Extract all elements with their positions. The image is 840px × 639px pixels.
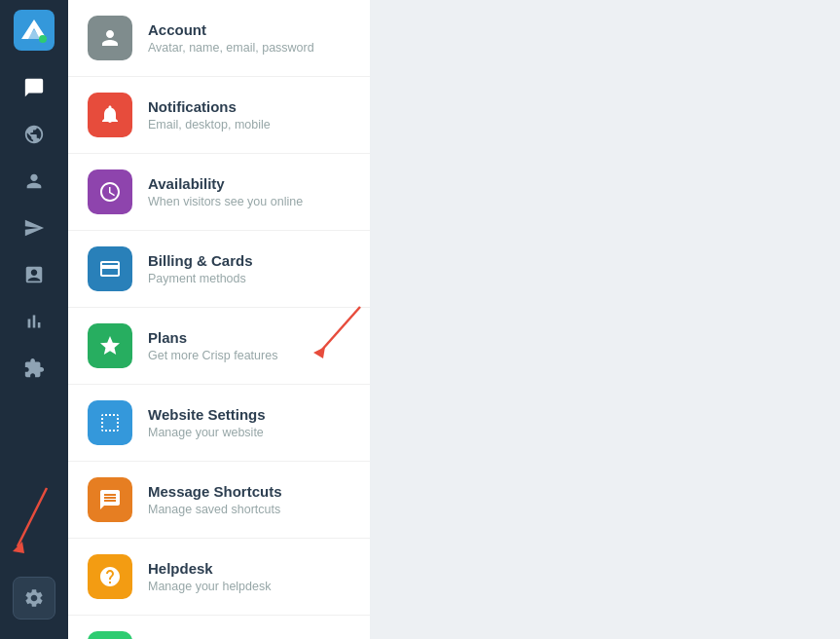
plans-icon — [88, 323, 132, 368]
website-settings-text: Website SettingsManage your website — [148, 406, 266, 439]
settings-button[interactable] — [13, 577, 55, 620]
sidebar-item-chat[interactable] — [13, 66, 55, 109]
notifications-icon — [88, 93, 132, 137]
sidebar-item-globe[interactable] — [13, 113, 55, 156]
sidebar-bottom — [13, 577, 55, 629]
availability-text: AvailabilityWhen visitors see you online — [148, 175, 303, 208]
message-shortcuts-text: Message ShortcutsManage saved shortcuts — [148, 483, 282, 516]
helpdesk-text: HelpdeskManage your helpdesk — [148, 560, 271, 593]
menu-item-availability[interactable]: AvailabilityWhen visitors see you online — [68, 154, 370, 231]
plans-desc: Get more Crisp features — [148, 349, 277, 362]
helpdesk-desc: Manage your helpdesk — [148, 580, 271, 593]
account-title: Account — [148, 21, 314, 38]
menu-item-website-settings[interactable]: Website SettingsManage your website — [68, 385, 370, 462]
plans-text: PlansGet more Crisp features — [148, 329, 277, 362]
sidebar-item-inbox[interactable] — [13, 253, 55, 296]
helpdesk-icon — [88, 554, 132, 599]
notification-dot — [39, 35, 47, 43]
billing-text: Billing & CardsPayment methods — [148, 252, 253, 285]
app-logo[interactable] — [14, 10, 55, 51]
billing-desc: Payment methods — [148, 272, 253, 285]
account-desc: Avatar, name, email, password — [148, 41, 314, 55]
sidebar-item-plugins[interactable] — [13, 347, 55, 390]
message-shortcuts-icon — [88, 477, 132, 522]
menu-scroll-area[interactable]: AccountAvatar, name, email, passwordNoti… — [68, 0, 370, 639]
message-shortcuts-title: Message Shortcuts — [148, 483, 282, 500]
menu-item-billing[interactable]: Billing & CardsPayment methods — [68, 231, 370, 308]
website-settings-desc: Manage your website — [148, 426, 266, 439]
status-page-icon — [88, 631, 132, 639]
account-icon — [88, 16, 132, 60]
notifications-text: NotificationsEmail, desktop, mobile — [148, 98, 271, 132]
account-text: AccountAvatar, name, email, password — [148, 21, 314, 55]
sidebar-item-analytics[interactable] — [13, 300, 55, 343]
website-settings-icon — [88, 400, 132, 445]
billing-icon — [88, 246, 132, 291]
availability-desc: When visitors see you online — [148, 195, 303, 208]
sidebar — [0, 0, 68, 639]
menu-item-helpdesk[interactable]: HelpdeskManage your helpdesk — [68, 539, 370, 616]
menu-item-account[interactable]: AccountAvatar, name, email, password — [68, 0, 370, 77]
helpdesk-title: Helpdesk — [148, 560, 271, 577]
menu-item-notifications[interactable]: NotificationsEmail, desktop, mobile — [68, 77, 370, 154]
sidebar-navigation — [13, 66, 55, 577]
menu-item-plans[interactable]: PlansGet more Crisp features — [68, 308, 370, 385]
plans-title: Plans — [148, 329, 277, 346]
notifications-desc: Email, desktop, mobile — [148, 118, 271, 132]
billing-title: Billing & Cards — [148, 252, 253, 269]
menu-panel: AccountAvatar, name, email, passwordNoti… — [68, 0, 370, 639]
sidebar-item-contacts[interactable] — [13, 160, 55, 203]
message-shortcuts-desc: Manage saved shortcuts — [148, 503, 282, 516]
menu-item-status-page[interactable]: Status PageManage your status page — [68, 616, 370, 639]
availability-title: Availability — [148, 175, 303, 192]
availability-icon — [88, 169, 132, 214]
main-content — [370, 0, 840, 639]
menu-item-message-shortcuts[interactable]: Message ShortcutsManage saved shortcuts — [68, 462, 370, 539]
website-settings-title: Website Settings — [148, 406, 266, 423]
sidebar-item-campaigns[interactable] — [13, 207, 55, 249]
notifications-title: Notifications — [148, 98, 271, 115]
